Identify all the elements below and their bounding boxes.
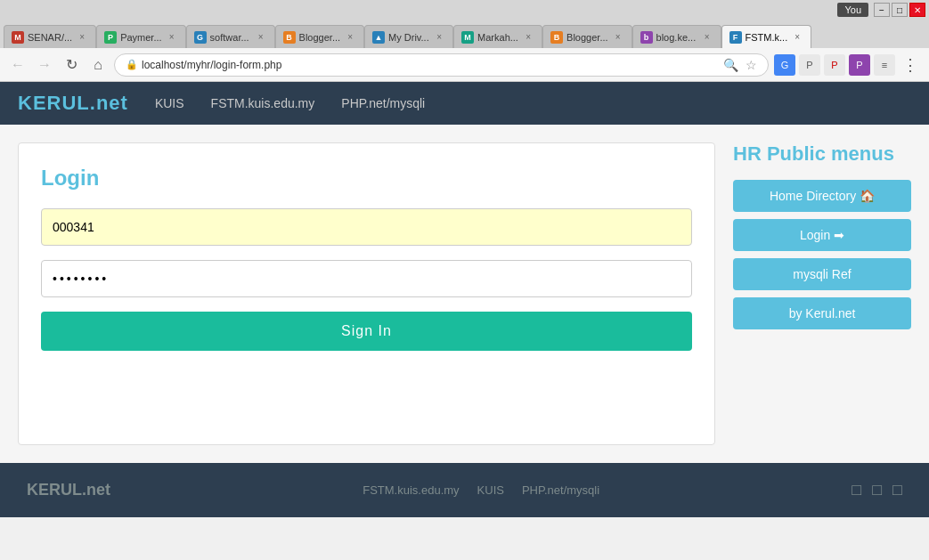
close-button[interactable]: ✕ bbox=[909, 3, 925, 17]
site-nav: KERUL.net KUIS FSTM.kuis.edu.my PHP.net/… bbox=[0, 82, 929, 125]
facebook-icon[interactable]: □ bbox=[852, 481, 861, 499]
login-card: Login Sign In bbox=[18, 142, 715, 445]
tab-close-tab1[interactable]: × bbox=[76, 31, 88, 44]
tab-title-tab2: Paymer... bbox=[120, 32, 161, 43]
nav-link-php[interactable]: PHP.net/mysqli bbox=[341, 96, 425, 110]
tab-favicon-tab2: P bbox=[104, 31, 117, 44]
ext-icon-3[interactable]: P bbox=[824, 54, 845, 76]
star-icon: ☆ bbox=[746, 58, 757, 72]
username-input[interactable] bbox=[41, 208, 692, 246]
footer-link-php[interactable]: PHP.net/mysqli bbox=[522, 483, 599, 497]
tab-favicon-tab1: M bbox=[12, 31, 24, 44]
twitter-icon[interactable]: □ bbox=[872, 481, 882, 499]
tab-favicon-tab8: b bbox=[640, 31, 653, 44]
tab-favicon-tab4: B bbox=[283, 31, 296, 44]
ext-icon-1[interactable]: G bbox=[774, 54, 795, 76]
footer-socials: □ □ □ bbox=[852, 481, 902, 499]
browser-menu-button[interactable]: ⋮ bbox=[899, 55, 922, 75]
by-kerul-button[interactable]: by Kerul.net bbox=[733, 297, 911, 329]
tab-title-tab4: Blogger... bbox=[299, 32, 340, 43]
footer-links: FSTM.kuis.edu.my KUIS PHP.net/mysqli bbox=[363, 483, 599, 497]
login-sidebar-button[interactable]: Login ➡ bbox=[733, 219, 911, 251]
lock-icon: 🔒 bbox=[126, 59, 138, 70]
footer-link-fstm[interactable]: FSTM.kuis.edu.my bbox=[363, 483, 459, 497]
maximize-button[interactable]: □ bbox=[892, 3, 908, 17]
forward-button[interactable]: → bbox=[34, 54, 55, 76]
tab-title-tab8: blog.ke... bbox=[656, 32, 697, 43]
ext-icon-4[interactable]: P bbox=[849, 54, 870, 76]
tab-title-tab1: SENAR/... bbox=[28, 32, 72, 43]
address-bar: ← → ↻ ⌂ 🔒 localhost/myhr/login-form.php … bbox=[0, 48, 929, 82]
tab-close-tab5[interactable]: × bbox=[433, 31, 445, 44]
search-icon: 🔍 bbox=[723, 58, 738, 72]
main-content: Login Sign In HR Public menus Home Direc… bbox=[0, 125, 929, 463]
tab-favicon-tab3: G bbox=[194, 31, 207, 44]
chat-icon[interactable]: □ bbox=[892, 481, 902, 499]
site-logo: KERUL.net bbox=[18, 92, 128, 115]
nav-link-fstm[interactable]: FSTM.kuis.edu.my bbox=[211, 96, 315, 110]
password-group bbox=[41, 260, 692, 297]
browser-tab-tab9[interactable]: FFSTM.k...× bbox=[721, 25, 812, 48]
browser-tab-tab6[interactable]: MMarkah...× bbox=[453, 25, 542, 48]
title-bar: You − □ ✕ bbox=[0, 0, 929, 20]
tab-title-tab3: softwar... bbox=[210, 32, 251, 43]
url-bar[interactable]: 🔒 localhost/myhr/login-form.php 🔍 ☆ bbox=[114, 53, 769, 77]
tab-title-tab9: FSTM.k... bbox=[746, 32, 788, 43]
browser-tab-tab5[interactable]: ▲My Driv...× bbox=[364, 25, 453, 48]
logo-text: KERUL bbox=[18, 92, 90, 114]
site-footer: KERUL.net FSTM.kuis.edu.my KUIS PHP.net/… bbox=[0, 463, 929, 517]
browser-tab-tab8[interactable]: bblog.ke...× bbox=[632, 25, 721, 48]
sidebar-title: HR Public menus bbox=[733, 142, 911, 166]
sidebar: HR Public menus Home Directory 🏠 Login ➡… bbox=[733, 142, 911, 445]
browser-extensions: G P P P ≡ ⋮ bbox=[774, 54, 922, 76]
browser-tab-tab4[interactable]: BBlogger...× bbox=[275, 25, 364, 48]
url-text: localhost/myhr/login-form.php bbox=[142, 59, 281, 71]
sign-in-button[interactable]: Sign In bbox=[41, 312, 692, 351]
tab-close-tab6[interactable]: × bbox=[522, 31, 534, 44]
tab-close-tab2[interactable]: × bbox=[166, 31, 178, 44]
browser-tab-tab1[interactable]: MSENAR/...× bbox=[4, 25, 96, 48]
you-indicator: You bbox=[837, 3, 868, 17]
tab-close-tab8[interactable]: × bbox=[701, 31, 713, 44]
home-directory-button[interactable]: Home Directory 🏠 bbox=[733, 180, 911, 212]
home-button[interactable]: ⌂ bbox=[87, 54, 109, 76]
tabs-bar: MSENAR/...×PPaymer...×Gsoftwar...×BBlogg… bbox=[0, 20, 929, 48]
tab-title-tab7: Blogger... bbox=[566, 32, 607, 43]
tab-close-tab3[interactable]: × bbox=[255, 31, 267, 44]
tab-favicon-tab9: F bbox=[729, 31, 742, 44]
nav-link-kuis[interactable]: KUIS bbox=[155, 96, 184, 110]
browser-tab-tab2[interactable]: PPaymer...× bbox=[96, 25, 185, 48]
username-group bbox=[41, 208, 692, 246]
tab-favicon-tab5: ▲ bbox=[372, 31, 385, 44]
password-input[interactable] bbox=[41, 260, 692, 297]
tab-title-tab6: Markah... bbox=[477, 32, 518, 43]
website: KERUL.net KUIS FSTM.kuis.edu.my PHP.net/… bbox=[0, 82, 929, 517]
browser-tab-tab3[interactable]: Gsoftwar...× bbox=[186, 25, 275, 48]
ext-icon-2[interactable]: P bbox=[799, 54, 820, 76]
tab-favicon-tab7: B bbox=[550, 31, 563, 44]
browser-tab-tab7[interactable]: BBlogger...× bbox=[542, 25, 632, 48]
footer-link-kuis[interactable]: KUIS bbox=[477, 483, 504, 497]
reload-button[interactable]: ↻ bbox=[61, 54, 82, 76]
title-bar-buttons: − □ ✕ bbox=[874, 3, 925, 17]
tab-favicon-tab6: M bbox=[461, 31, 474, 44]
back-button[interactable]: ← bbox=[7, 54, 29, 76]
minimize-button[interactable]: − bbox=[874, 3, 890, 17]
footer-logo: KERUL.net bbox=[27, 481, 110, 499]
tab-title-tab5: My Driv... bbox=[388, 32, 429, 43]
ext-icon-5[interactable]: ≡ bbox=[874, 54, 895, 76]
mysqli-ref-button[interactable]: mysqli Ref bbox=[733, 258, 911, 290]
tab-close-tab4[interactable]: × bbox=[344, 31, 356, 44]
tab-close-tab9[interactable]: × bbox=[791, 31, 803, 44]
tab-close-tab7[interactable]: × bbox=[612, 31, 624, 44]
login-title: Login bbox=[41, 166, 692, 191]
logo-dot: .net bbox=[90, 92, 128, 114]
